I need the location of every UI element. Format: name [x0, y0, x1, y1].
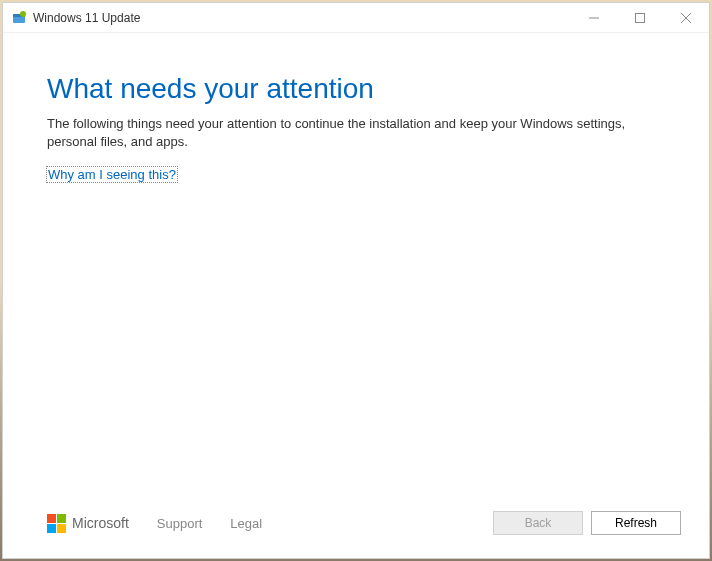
window-controls: [571, 3, 709, 32]
footer: Microsoft Support Legal Back Refresh: [3, 498, 709, 558]
microsoft-logo-text: Microsoft: [72, 515, 129, 531]
close-button[interactable]: [663, 3, 709, 32]
support-link[interactable]: Support: [157, 516, 203, 531]
description-text: The following things need your attention…: [47, 115, 665, 151]
svg-rect-4: [636, 13, 645, 22]
titlebar: Windows 11 Update: [3, 3, 709, 33]
maximize-button[interactable]: [617, 3, 663, 32]
refresh-button[interactable]: Refresh: [591, 511, 681, 535]
app-icon: [11, 10, 27, 26]
back-button: Back: [493, 511, 583, 535]
legal-link[interactable]: Legal: [230, 516, 262, 531]
why-seeing-this-link[interactable]: Why am I seeing this?: [47, 167, 177, 182]
microsoft-logo-icon: [47, 514, 66, 533]
window-frame: Windows 11 Update What needs your attent…: [2, 2, 710, 559]
page-heading: What needs your attention: [47, 73, 665, 105]
window-title: Windows 11 Update: [33, 11, 571, 25]
content-area: What needs your attention The following …: [3, 33, 709, 498]
minimize-button[interactable]: [571, 3, 617, 32]
microsoft-logo: Microsoft: [47, 514, 129, 533]
svg-point-2: [20, 11, 26, 17]
